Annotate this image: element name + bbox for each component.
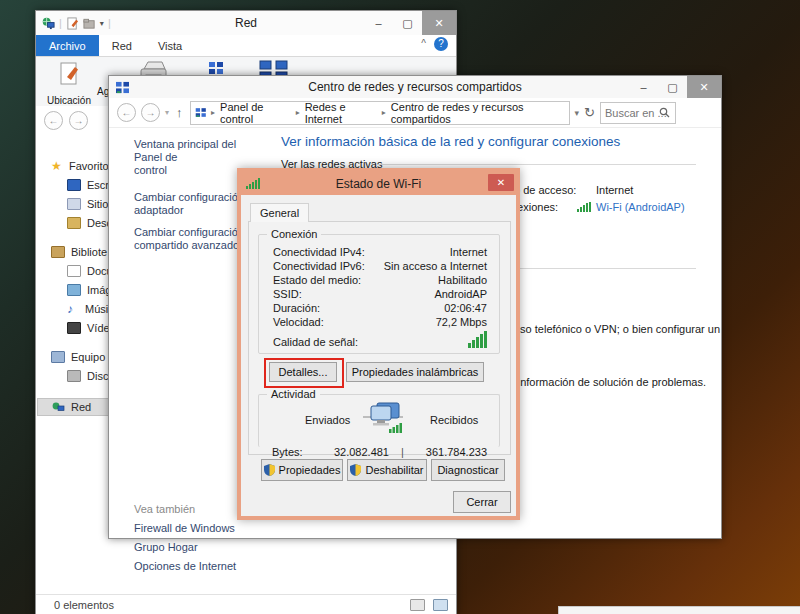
signal-quality-icon [468,331,487,348]
button-label: Deshabilitar [365,464,423,476]
music-icon: ♪ [67,304,79,314]
up-button[interactable]: ↑ [176,105,183,120]
breadcrumb-separator-icon: ▸ [382,108,386,117]
ubicacion-label: Ubicación [47,95,91,106]
page-title: Ver información básica de la red y confi… [281,134,620,149]
link-text: compartido avanzado [134,239,239,251]
connection-group: Conexión Conectividad IPv4:Internet Cone… [258,234,500,354]
disable-button[interactable]: Deshabilitar [347,459,427,481]
bytes-received-value: 361.784.233 [417,446,487,458]
help-icon[interactable]: ? [434,37,448,51]
window-edge-sliver [558,606,800,614]
sidebar-label: Equipo [71,351,105,363]
disk-icon [67,370,81,382]
link-opciones-internet[interactable]: Opciones de Internet [134,557,264,576]
uac-shield-icon [350,464,361,476]
ubicacion-icon [58,62,80,86]
link-compartido-avanzado[interactable]: Cambiar configuración d compartido avanz… [134,226,254,252]
duration-value: 02:06:47 [444,302,487,314]
close-dialog-button[interactable]: Cerrar [453,491,511,513]
wifi-connection-link[interactable]: Wi-Fi (AndroidAP) [596,201,685,213]
access-type-label: o de acceso: [514,184,576,196]
diagnose-button[interactable]: Diagnosticar [431,459,505,481]
collapse-ribbon-icon[interactable]: ^ [421,38,426,49]
details-button[interactable]: Detalles... [269,362,337,382]
breadcrumb-separator-icon: ▸ [296,108,300,117]
link-firewall[interactable]: Firewall de Windows [134,519,264,538]
troubleshoot-text: r información de solución de problemas. [511,376,706,388]
media-state-value: Habilitado [438,274,487,286]
search-icon [659,107,670,118]
videos-icon [67,322,81,334]
button-label: Propiedades [279,464,341,476]
received-label: Recibidos [430,414,478,426]
thumbnails-view-icon[interactable] [433,599,448,611]
speed-label: Velocidad: [273,316,324,328]
link-text: Cambiar configuración d [134,191,253,203]
net-back-button[interactable]: ← [117,103,136,122]
activity-computer-icon [363,401,403,435]
address-breadcrumb[interactable]: ▸ Panel de control ▸ Redes e Internet ▸ … [190,101,570,125]
link-text: adaptador [134,204,184,216]
duration-label: Duración: [273,302,320,314]
details-view-icon[interactable] [410,599,425,611]
link-text: Cambiar configuración d [134,226,253,238]
link-cambiar-adaptador[interactable]: Cambiar configuración d adaptador [134,191,254,217]
ubicacion-ribbon-button[interactable]: Ubicación [44,60,94,108]
sidebar-label: Red [71,401,91,413]
red-back-button[interactable]: ← [44,111,63,130]
sent-label: Enviados [305,414,350,426]
wireless-properties-button[interactable]: Propiedades inalámbricas [346,362,484,382]
red-close-button[interactable]: ✕ [422,11,456,35]
wifi-status-dialog: Estado de Wi-Fi ✕ General Conexión Conec… [237,168,520,520]
red-window-titlebar[interactable]: | ▾ | Red – ▢ ✕ [36,11,456,35]
breadcrumb-location-icon [195,107,207,118]
uac-shield-icon [264,464,275,476]
red-maximize-button[interactable]: ▢ [393,11,422,35]
connection-group-label: Conexión [267,228,321,240]
red-minimize-button[interactable]: – [364,11,393,35]
computer-icon [51,351,65,363]
sidebar-label: Favorito [69,160,109,172]
net-forward-button[interactable]: → [141,103,160,122]
link-text: control [134,164,167,176]
ipv4-value: Internet [450,246,487,258]
link-panel-principal[interactable]: Ventana principal del Panel de control [134,138,254,177]
ipv4-label: Conectividad IPv4: [273,246,365,258]
link-grupo-hogar[interactable]: Grupo Hogar [134,538,264,557]
recent-pages-icon[interactable]: ▾ [165,108,169,117]
dialog-close-button[interactable]: ✕ [488,174,514,191]
bytes-sent-value: 32.082.481 [324,446,389,458]
net-minimize-button[interactable]: – [629,76,658,98]
media-state-label: Estado del medio: [273,274,361,286]
tab-general[interactable]: General [250,203,309,222]
breadcrumb-centro-de-redes[interactable]: Centro de redes y recursos compartidos [391,101,565,125]
breadcrumb-panel-de-control[interactable]: Panel de control [220,101,291,125]
bytes-separator: | [401,446,404,458]
address-dropdown-icon[interactable]: ▾ [575,108,580,118]
pictures-icon [67,284,81,296]
tab-archivo[interactable]: Archivo [36,35,99,56]
status-item-count: 0 elementos [54,599,114,611]
downloads-icon [67,217,81,229]
document-icon [67,265,81,277]
red-forward-button[interactable]: → [69,111,88,130]
net-maximize-button[interactable]: ▢ [658,76,687,98]
sidebar-label: Bibliote [71,246,107,258]
ssid-label: SSID: [273,288,302,300]
breadcrumb-redes-e-internet[interactable]: Redes e Internet [305,101,377,125]
tab-red[interactable]: Red [99,35,145,56]
ipv6-value: Sin acceso a Internet [384,260,487,272]
desktop: | ▾ | Red – ▢ ✕ Archivo Red Vista ^ ? [0,0,800,614]
network-icon [52,402,65,413]
activity-group-label: Actividad [267,388,320,400]
libraries-icon [51,246,65,258]
properties-button[interactable]: Propiedades [261,459,343,481]
speed-value: 72,2 Mbps [436,316,487,328]
activity-group: Actividad Enviados Recibidos [258,394,500,447]
net-close-button[interactable]: ✕ [687,76,721,98]
refresh-icon[interactable]: ↻ [584,105,595,120]
breadcrumb-separator-icon: ▸ [211,108,215,117]
access-type-value: Internet [596,184,633,196]
tab-vista[interactable]: Vista [145,35,195,56]
